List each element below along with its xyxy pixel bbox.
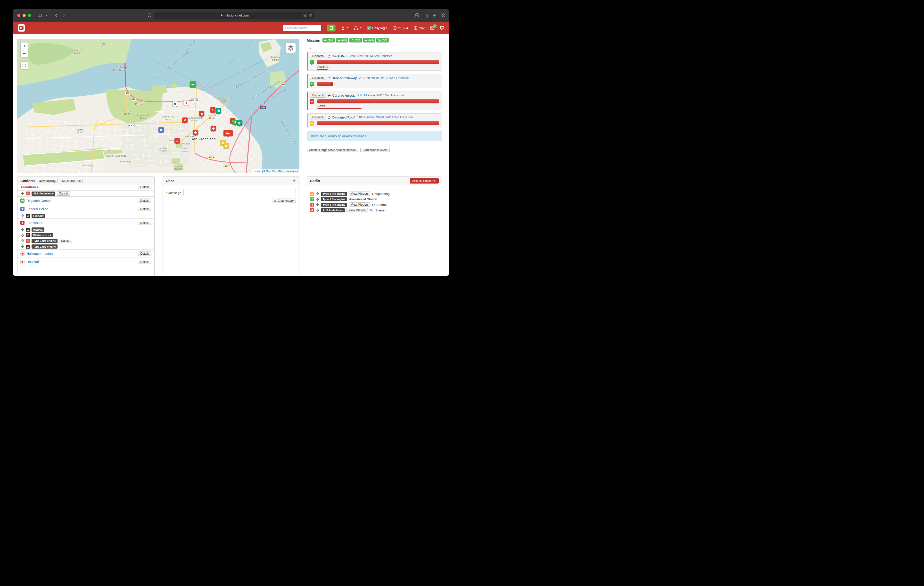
map-marker-responding-vehicle[interactable] xyxy=(223,130,233,136)
crosshair-icon[interactable] xyxy=(316,209,319,212)
view-mission-button[interactable]: View Mission xyxy=(349,202,370,207)
zoom-in-button[interactable]: + xyxy=(21,43,28,50)
vehicle-name-badge[interactable]: Platform truck xyxy=(31,233,53,237)
daily-login-link[interactable]: Daily login xyxy=(367,26,387,30)
alliance-radio-toggle[interactable]: Alliance Radio: Off xyxy=(410,178,439,184)
map-marker-mission[interactable] xyxy=(210,107,216,113)
station-link[interactable]: Hospital xyxy=(26,260,39,264)
details-button[interactable]: Details xyxy=(138,221,152,225)
dispatch-button[interactable]: Dispatch xyxy=(310,76,326,80)
map-canvas[interactable]: Hawk Hill214 m Hill282 m GoldenGate Brid… xyxy=(17,39,299,173)
chat-message-input[interactable] xyxy=(183,189,296,196)
messages-button[interactable]: 1 xyxy=(430,26,435,30)
mission-title-link[interactable]: Damaged Roof, xyxy=(332,116,355,119)
crosshair-icon[interactable] xyxy=(316,198,319,201)
mission-card-damaged-roof[interactable]: Dispatch Damaged Roof, 1188 Harrison Str… xyxy=(307,113,442,127)
view-mission-button[interactable]: View Mission xyxy=(346,208,368,212)
dispatch-button[interactable]: Dispatch xyxy=(310,115,326,119)
map-marker-federal-police-station[interactable] xyxy=(173,101,178,107)
alliance-menu[interactable] xyxy=(354,26,361,30)
chat-history-button[interactable]: Chat History xyxy=(272,199,296,203)
forward-button[interactable] xyxy=(62,13,66,18)
map-marker-mission[interactable] xyxy=(175,138,180,144)
station-link[interactable]: Helicopter station xyxy=(26,252,53,256)
mission-counter-prisoner[interactable]: (0/0) xyxy=(350,38,362,43)
cancel-button[interactable]: Cancel xyxy=(57,191,70,196)
crosshair-icon[interactable] xyxy=(21,245,24,248)
tab-overview-icon[interactable] xyxy=(441,13,445,18)
reload-icon[interactable] xyxy=(309,14,312,17)
location-search-input[interactable] xyxy=(283,25,322,31)
new-tab-icon[interactable]: + xyxy=(433,13,436,18)
crosshair-icon[interactable] xyxy=(21,214,24,217)
crosshair-icon[interactable] xyxy=(316,192,319,195)
set-poi-button[interactable]: Set a new POI xyxy=(60,179,83,183)
mission-counter-ambulance[interactable]: (0/0) xyxy=(363,38,375,43)
mission-counter-transport[interactable]: (0/0) xyxy=(336,38,348,43)
leaflet-link[interactable]: Leaflet xyxy=(254,170,261,172)
vehicle-name-badge[interactable]: ALS Ambulance xyxy=(321,208,345,212)
crosshair-icon[interactable] xyxy=(21,233,24,237)
close-window-button[interactable] xyxy=(17,14,20,17)
dispatch-button[interactable]: Dispatch xyxy=(310,54,326,58)
missionchief-logo[interactable] xyxy=(18,24,25,31)
osm-link[interactable]: © OpenStreetMap xyxy=(263,170,284,172)
map-marker-ambulance-station[interactable] xyxy=(184,100,189,106)
sidebar-chevron-icon[interactable] xyxy=(45,14,48,17)
map-marker-mission[interactable] xyxy=(223,143,229,148)
vehicle-name-badge[interactable]: Type 1 fire engine xyxy=(321,197,347,201)
mission-card-back-pain[interactable]: Dispatch Back Pain, 2nd Street, 94114 Sa… xyxy=(307,52,442,71)
map-marker-dispatch-center[interactable] xyxy=(237,121,243,126)
vehicle-name-badge[interactable]: Type 1 fire engine xyxy=(321,203,347,207)
share-icon[interactable] xyxy=(424,13,428,18)
crosshair-icon[interactable] xyxy=(21,228,24,231)
coins-indicator[interactable]: 21,684 xyxy=(393,26,408,30)
details-button[interactable]: Details xyxy=(138,199,152,203)
map-marker-helicopter-station[interactable] xyxy=(193,130,198,135)
minimize-window-button[interactable] xyxy=(23,14,26,17)
translate-icon[interactable] xyxy=(304,14,307,17)
vehicle-name-badge[interactable]: FBI Unit xyxy=(31,214,45,218)
vehicle-name-badge[interactable]: HazMat xyxy=(31,227,45,232)
downloads-icon[interactable] xyxy=(415,13,419,18)
cancel-button[interactable]: Cancel xyxy=(59,238,72,243)
mission-title-link[interactable]: Cardiac Arrest, xyxy=(332,94,355,97)
station-link[interactable]: Federal Police xyxy=(26,207,48,211)
vehicle-name-badge[interactable]: Type 1 fire engine xyxy=(31,239,58,243)
new-building-button[interactable]: New building xyxy=(36,179,58,183)
mission-title-link[interactable]: Tree on bikeway, xyxy=(332,76,357,80)
crosshair-icon[interactable] xyxy=(21,192,24,195)
profile-menu[interactable] xyxy=(341,26,348,30)
start-alliance-event-button[interactable]: Start alliance event xyxy=(360,148,389,152)
map-layers-button[interactable] xyxy=(285,43,296,53)
details-button[interactable]: Details xyxy=(138,207,152,211)
mission-card-tree-on-bikeway[interactable]: Dispatch Tree on bikeway, 201 Fort Mason… xyxy=(307,74,442,88)
details-button[interactable]: Details xyxy=(138,252,152,256)
crosshair-icon[interactable] xyxy=(316,203,319,206)
zoom-window-button[interactable] xyxy=(28,14,31,17)
map-marker-airport[interactable] xyxy=(190,81,196,88)
fullscreen-button[interactable] xyxy=(20,61,28,70)
vehicle-name-badge[interactable]: ALS Ambulance xyxy=(31,192,55,196)
station-link[interactable]: Dispatch Center xyxy=(26,199,51,203)
chat-toggle-button[interactable] xyxy=(440,26,444,30)
map-marker-mission[interactable] xyxy=(182,118,188,123)
chat-sound-toggle[interactable] xyxy=(292,179,296,183)
station-link[interactable]: Fire station xyxy=(26,221,43,225)
station-row-ambulance-clipped[interactable]: Ambulance Details xyxy=(18,185,154,190)
view-mission-button[interactable]: View Mission xyxy=(349,192,370,196)
mission-counter-fire[interactable]: (1/4) xyxy=(322,38,335,43)
dispatch-button[interactable]: Dispatch xyxy=(310,93,326,98)
map-marker-police-station[interactable] xyxy=(158,127,164,132)
details-button[interactable]: Details xyxy=(138,185,152,189)
vehicle-name-badge[interactable]: Type 1 fire engine xyxy=(321,192,347,196)
credits-indicator[interactable]: 262 xyxy=(414,26,425,30)
back-button[interactable] xyxy=(54,13,58,18)
privacy-shield-icon[interactable] xyxy=(147,13,152,18)
map-marker-dispatch-center[interactable] xyxy=(216,108,221,114)
create-alliance-mission-button[interactable]: Create a large scale alliance mission xyxy=(307,148,358,152)
map-marker-hospital[interactable] xyxy=(211,126,216,131)
sidebar-toggle-icon[interactable] xyxy=(38,13,42,18)
mission-counter-timer[interactable]: (0/0) xyxy=(376,38,389,43)
vehicle-name-badge[interactable]: Type 1 fire engine xyxy=(31,245,58,248)
